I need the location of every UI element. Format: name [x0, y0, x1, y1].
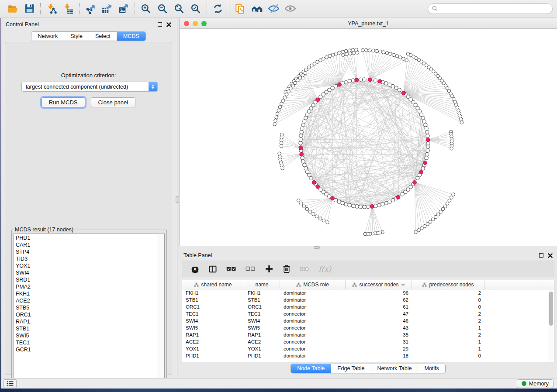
tab-node-table[interactable]: Node Table — [291, 364, 331, 373]
table-row[interactable]: ACE2ACE2connector311 — [182, 338, 554, 345]
criterion-dropdown[interactable]: largest connected component (undirected) — [21, 82, 158, 92]
clone-network-button[interactable] — [232, 2, 249, 16]
mcds-result-item[interactable]: ORC1 — [16, 311, 159, 318]
table-row[interactable]: SWI4SWI4dominator462 — [182, 317, 554, 324]
show-all-button[interactable] — [282, 2, 298, 16]
column-header-MCDS-role[interactable]: MCDS role — [280, 280, 346, 289]
table-scrollbar-thumb[interactable] — [549, 292, 553, 326]
zoom-fit-button[interactable] — [171, 2, 187, 16]
table-row[interactable]: TEC1TEC1connector472 — [182, 310, 554, 317]
table-row[interactable]: SWI5SWI5connector431 — [182, 324, 554, 331]
select-all-columns-icon[interactable] — [226, 266, 236, 272]
close-panel-button[interactable]: Close panel — [91, 97, 136, 107]
table-cell: PHD1 — [182, 352, 244, 359]
vertical-split-divider[interactable] — [176, 18, 179, 378]
tab-select[interactable]: Select — [89, 32, 117, 41]
refresh-view-button[interactable] — [210, 2, 226, 16]
zoom-fit-icon — [173, 3, 185, 14]
export-network-button[interactable] — [82, 2, 99, 16]
mcds-result-item[interactable]: SRD1 — [16, 276, 159, 283]
table-cell: 1 — [412, 324, 484, 331]
mcds-result-item[interactable]: FKH1 — [16, 290, 159, 297]
save-session-button[interactable] — [21, 2, 38, 16]
tab-network[interactable]: Network — [31, 32, 64, 41]
table-row[interactable]: ORC1ORC1dominator610 — [182, 303, 554, 310]
mcds-result-item[interactable]: SWI5 — [16, 332, 159, 339]
tab-style[interactable]: Style — [64, 32, 89, 41]
search-input[interactable] — [438, 6, 549, 12]
column-header-name[interactable]: name — [244, 280, 280, 289]
horizontal-split-divider[interactable] — [179, 246, 557, 249]
float-panel-icon[interactable] — [158, 22, 162, 27]
create-column-icon[interactable] — [265, 265, 273, 273]
tab-mcds[interactable]: MCDS — [117, 32, 145, 41]
table-row[interactable]: FKH1FKH1dominator962 — [182, 289, 554, 296]
mcds-tab-content: Optimization criterion: largest connecte… — [5, 42, 172, 375]
mcds-result-item[interactable]: RAP1 — [16, 318, 159, 325]
mcds-result-item[interactable]: STP4 — [16, 248, 159, 255]
horizontal-divider-grip[interactable] — [314, 246, 320, 249]
run-mcds-button[interactable]: Run MCDS — [42, 97, 85, 107]
network-overview-button[interactable] — [249, 2, 265, 16]
mcds-result-item[interactable]: TEC1 — [16, 339, 159, 346]
mcds-result-item[interactable]: GCR1 — [16, 346, 159, 353]
mcds-result-item[interactable]: YOX1 — [16, 262, 159, 269]
search-area — [428, 3, 553, 14]
mcds-result-item[interactable]: TID3 — [16, 255, 159, 262]
export-table-icon — [101, 3, 113, 14]
mcds-result-item[interactable]: STB5 — [16, 304, 159, 311]
tab-network-table[interactable]: Network Table — [371, 364, 419, 373]
toolbar-separator — [135, 3, 135, 14]
import-network-button[interactable] — [43, 2, 60, 16]
table-cell: ACE2 — [244, 338, 280, 345]
zoom-selected-button[interactable] — [187, 2, 204, 16]
mcds-result-item[interactable]: PMA2 — [16, 283, 159, 290]
table-cell: SWI5 — [244, 324, 280, 331]
table-options-gear-icon[interactable] — [191, 265, 199, 273]
show-columns-icon[interactable] — [208, 265, 217, 273]
table-row[interactable]: STB1STB1dominator620 — [182, 296, 554, 303]
export-network-icon — [85, 3, 96, 14]
hide-selected-button[interactable] — [265, 2, 282, 16]
mcds-result-item[interactable]: STB1 — [16, 325, 159, 332]
table-row[interactable]: PHD1PHD1dominator180 — [182, 352, 554, 359]
open-folder-icon — [7, 3, 18, 14]
vertical-divider-grip[interactable] — [176, 196, 179, 203]
column-header-shared-name[interactable]: shared name — [182, 280, 244, 289]
export-table-button[interactable] — [99, 2, 115, 16]
column-header-predecessor-nodes[interactable]: predecessor nodes — [412, 280, 484, 289]
memory-status-button[interactable]: Memory — [517, 379, 554, 388]
network-title: YPA_prune.txt_1 — [180, 21, 557, 27]
close-panel-icon[interactable] — [548, 253, 553, 258]
network-titlebar[interactable]: YPA_prune.txt_1 — [180, 18, 557, 29]
zoom-in-button[interactable] — [138, 2, 154, 16]
import-table-button[interactable] — [60, 2, 76, 16]
table-row[interactable]: YOX1YOX1connector291 — [182, 345, 554, 352]
delete-column-icon[interactable] — [283, 265, 291, 273]
zoom-out-button[interactable] — [154, 2, 171, 16]
tab-motifs[interactable]: Motifs — [418, 364, 445, 373]
control-panel-header: Control Panel — [1, 18, 176, 31]
network-graph-canvas[interactable] — [180, 29, 557, 245]
open-file-button[interactable] — [4, 2, 21, 16]
close-panel-icon[interactable] — [166, 22, 171, 27]
mcds-result-item[interactable]: CAR1 — [16, 241, 159, 248]
table-scrollbar-track[interactable] — [548, 290, 554, 362]
column-header-successor-nodes[interactable]: successor nodes — [346, 280, 412, 289]
mcds-list-scrollbar[interactable] — [159, 234, 164, 386]
tab-edge-table[interactable]: Edge Table — [331, 364, 371, 373]
table-cell: TEC1 — [182, 310, 244, 317]
table-row[interactable]: RAP1RAP1dominator352 — [182, 331, 554, 338]
dropdown-stepper-icon — [149, 82, 157, 91]
toolbar-separator — [40, 3, 41, 14]
table-cell: dominator — [280, 352, 346, 359]
float-panel-icon[interactable] — [539, 253, 543, 258]
unselect-all-columns-icon[interactable] — [246, 266, 256, 272]
mcds-result-item[interactable]: ACE2 — [16, 297, 159, 304]
search-input-wrap[interactable] — [428, 3, 553, 14]
export-image-button[interactable] — [115, 2, 132, 16]
mcds-result-item[interactable]: PHD1 — [16, 234, 159, 241]
table-cell: connector — [280, 345, 346, 352]
task-history-button[interactable] — [3, 379, 17, 388]
mcds-result-item[interactable]: SWI4 — [16, 269, 159, 276]
